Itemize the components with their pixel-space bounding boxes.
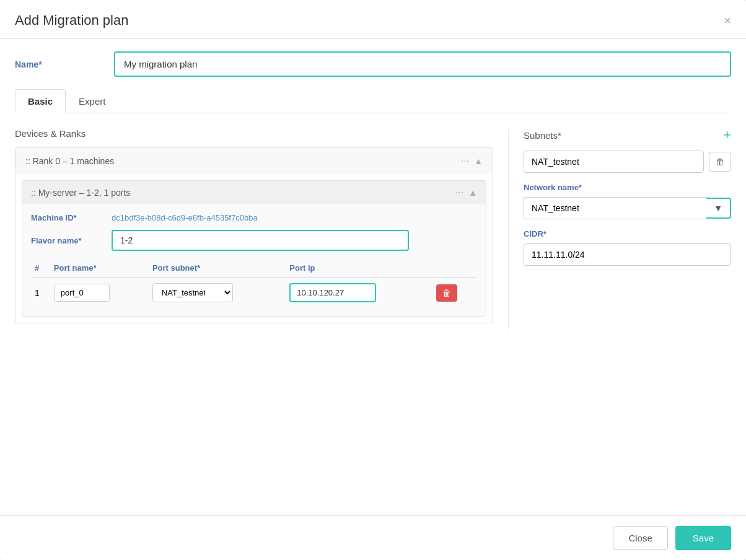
close-icon[interactable]: × [724, 14, 731, 27]
server-body: Machine ID* dc1bdf3e-b08d-c6d9-e6fb-a453… [22, 204, 486, 316]
flavor-row: Flavor name* [31, 230, 477, 251]
close-button[interactable]: Close [613, 526, 667, 550]
table-row: 1 NAT_testnet [31, 278, 477, 308]
subnet-row: 🗑 [524, 151, 731, 173]
subnets-label: Subnets* [524, 130, 561, 141]
cidr-label: CIDR* [524, 229, 731, 238]
port-ip-input[interactable] [289, 283, 376, 302]
row-delete: 🗑 [432, 278, 477, 308]
row-port-name [50, 278, 149, 308]
flavor-label: Flavor name* [31, 236, 112, 245]
port-name-input[interactable] [54, 284, 110, 302]
right-column: Subnets* + 🗑 Network name* NAT_testnet ▼ [508, 128, 731, 330]
tab-basic[interactable]: Basic [15, 89, 66, 113]
server-more-icon[interactable]: ··· [455, 187, 463, 198]
ports-table: # Port name* Port subnet* Port ip [31, 258, 477, 307]
server-header: :: My-server – 1-2, 1 ports ··· ▲ [22, 181, 486, 204]
machine-id-row: Machine ID* dc1bdf3e-b08d-c6d9-e6fb-a453… [31, 213, 477, 222]
rank-block: :: Rank 0 – 1 machines ··· ▲ :: My-serve… [15, 147, 493, 323]
name-input[interactable] [114, 51, 731, 77]
modal-header: Add Migration plan × [0, 0, 746, 39]
row-port-subnet: NAT_testnet [149, 278, 286, 308]
col-actions [432, 258, 477, 278]
two-col-layout: Devices & Ranks :: Rank 0 – 1 machines ·… [15, 128, 731, 330]
add-migration-plan-modal: Add Migration plan × Name* Basic Expert … [0, 0, 746, 560]
network-name-select[interactable]: NAT_testnet [524, 197, 706, 219]
modal-footer: Close Save [0, 515, 746, 560]
network-dropdown-button[interactable]: ▼ [706, 198, 731, 219]
name-row: Name* [15, 51, 731, 77]
row-port-ip [286, 278, 432, 308]
flavor-input[interactable] [112, 230, 409, 251]
col-port-ip: Port ip [286, 258, 432, 278]
left-column: Devices & Ranks :: Rank 0 – 1 machines ·… [15, 128, 508, 330]
network-select-row: NAT_testnet ▼ [524, 197, 731, 219]
server-actions: ··· ▲ [455, 187, 477, 198]
rank-collapse-icon[interactable]: ▲ [474, 156, 483, 166]
tab-expert[interactable]: Expert [66, 89, 118, 113]
server-title: :: My-server – 1-2, 1 ports [31, 188, 130, 198]
modal-title: Add Migration plan [15, 12, 128, 28]
modal-body: Name* Basic Expert Devices & Ranks :: Ra… [0, 39, 746, 515]
tabs-bar: Basic Expert [15, 89, 731, 113]
port-subnet-select[interactable]: NAT_testnet [152, 283, 233, 302]
col-port-subnet: Port subnet* [149, 258, 286, 278]
subnet-name-input[interactable] [524, 151, 704, 173]
save-button[interactable]: Save [675, 526, 731, 550]
machine-id-label: Machine ID* [31, 213, 112, 222]
add-subnet-icon[interactable]: + [723, 128, 731, 142]
subnets-header: Subnets* + [524, 128, 731, 142]
row-num: 1 [31, 278, 50, 308]
col-port-name: Port name* [50, 258, 149, 278]
delete-subnet-button[interactable]: 🗑 [709, 152, 731, 172]
machine-id-value: dc1bdf3e-b08d-c6d9-e6fb-a4535f7c0bba [112, 213, 258, 222]
rank-more-icon[interactable]: ··· [461, 155, 469, 167]
server-block: :: My-server – 1-2, 1 ports ··· ▲ Machin… [22, 180, 486, 317]
rank-actions: ··· ▲ [461, 155, 483, 167]
delete-port-button[interactable]: 🗑 [436, 284, 457, 302]
col-num: # [31, 258, 50, 278]
rank-title: :: Rank 0 – 1 machines [25, 156, 114, 166]
rank-header: :: Rank 0 – 1 machines ··· ▲ [15, 148, 493, 174]
devices-ranks-label: Devices & Ranks [15, 128, 493, 139]
server-collapse-icon[interactable]: ▲ [468, 188, 477, 198]
network-name-label: Network name* [524, 183, 731, 192]
name-label: Name* [15, 59, 114, 69]
cidr-input[interactable] [524, 243, 731, 266]
